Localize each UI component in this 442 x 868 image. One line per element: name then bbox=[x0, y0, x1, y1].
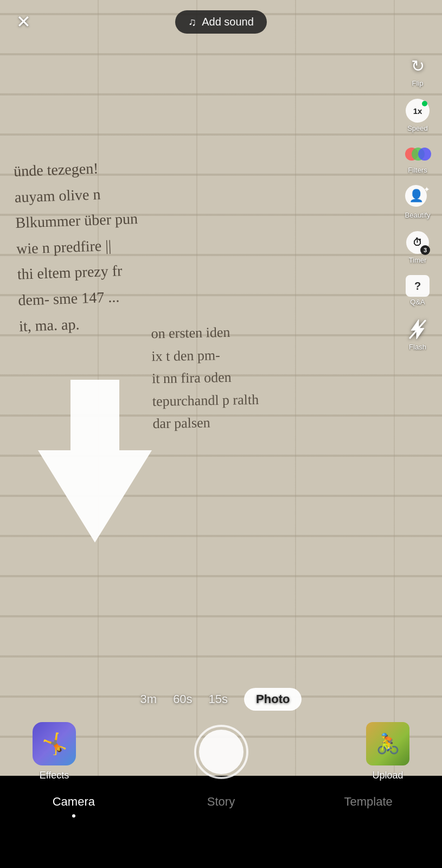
effects-icon-glyph: 🤸 bbox=[42, 732, 67, 756]
toolbar-item-flash[interactable]: Flash bbox=[399, 312, 437, 355]
effects-button[interactable]: 🤸 Effects bbox=[33, 722, 76, 781]
upload-thumb-icon: 🚴 bbox=[376, 732, 400, 755]
timer-badge: 3 bbox=[420, 245, 430, 255]
qa-icon: ? bbox=[406, 275, 430, 297]
nav-story-label: Story bbox=[207, 795, 235, 809]
shutter-button[interactable] bbox=[194, 725, 248, 779]
qa-value: ? bbox=[414, 280, 421, 292]
speed-icon-wrap: 1x bbox=[405, 98, 430, 123]
qa-label: Q&A bbox=[410, 298, 425, 306]
toolbar-item-qa[interactable]: ? Q&A bbox=[399, 271, 437, 310]
toolbar-item-timer[interactable]: ⏱ 3 Timer bbox=[399, 226, 437, 269]
upload-button[interactable]: 🚴 Upload bbox=[366, 722, 409, 781]
nav-item-template[interactable]: Template bbox=[294, 795, 442, 809]
nav-camera-label: Camera bbox=[53, 795, 95, 809]
effects-icon: 🤸 bbox=[33, 722, 76, 765]
flash-icon bbox=[405, 317, 430, 342]
nav-template-label: Template bbox=[344, 795, 393, 809]
add-sound-label: Add sound bbox=[202, 16, 254, 28]
bottom-controls: 🤸 Effects 🚴 Upload bbox=[0, 722, 442, 781]
nav-item-camera[interactable]: Camera bbox=[0, 795, 148, 818]
flip-icon: ↻ bbox=[405, 53, 430, 78]
flip-label: Flip bbox=[412, 79, 424, 87]
beautify-icon-wrap: 👤 ✦ bbox=[405, 185, 430, 210]
toolbar-item-speed[interactable]: 1x Speed bbox=[399, 94, 437, 137]
speed-value: 1x bbox=[413, 106, 422, 116]
camera-viewfinder: ünde tezegen! auyam olive n Blkummer übe… bbox=[0, 0, 442, 776]
upload-label: Upload bbox=[372, 770, 403, 781]
speed-circle: 1x bbox=[406, 99, 430, 123]
bottom-nav: Camera Story Template bbox=[0, 784, 442, 868]
filter-circle-blue bbox=[418, 148, 431, 161]
filters-label: Filters bbox=[408, 166, 427, 174]
nav-item-story[interactable]: Story bbox=[148, 795, 295, 809]
timer-icon-wrap: ⏱ 3 bbox=[405, 230, 430, 255]
mode-3m[interactable]: 3m bbox=[140, 692, 157, 706]
nav-camera-indicator bbox=[72, 814, 75, 818]
beautify-label: Beautify bbox=[405, 211, 431, 219]
shutter-inner-circle bbox=[199, 730, 244, 774]
top-bar: ✕ ♫ Add sound bbox=[0, 0, 442, 43]
toolbar-item-flip[interactable]: ↻ Flip bbox=[399, 49, 437, 92]
music-icon: ♫ bbox=[188, 16, 196, 28]
mode-photo[interactable]: Photo bbox=[244, 688, 302, 711]
add-sound-button[interactable]: ♫ Add sound bbox=[175, 10, 267, 34]
speed-label: Speed bbox=[407, 124, 428, 132]
flash-label: Flash bbox=[409, 343, 426, 351]
close-button[interactable]: ✕ bbox=[10, 8, 37, 35]
right-toolbar: ↻ Flip 1x Speed Filters 👤 ✦ Beautify ⏱ bbox=[399, 49, 437, 355]
effects-label: Effects bbox=[40, 770, 69, 781]
timer-label: Timer bbox=[409, 256, 427, 264]
toolbar-item-filters[interactable]: Filters bbox=[399, 139, 437, 178]
mode-selector-row: 3m 60s 15s Photo bbox=[0, 688, 442, 711]
mode-60s[interactable]: 60s bbox=[173, 692, 192, 706]
filters-icon bbox=[405, 143, 430, 165]
close-icon: ✕ bbox=[16, 11, 31, 32]
mode-15s[interactable]: 15s bbox=[209, 692, 228, 706]
upload-thumbnail: 🚴 bbox=[366, 722, 409, 765]
beautify-sparkle-icon: ✦ bbox=[424, 185, 430, 194]
speed-dot bbox=[422, 101, 427, 106]
toolbar-item-beautify[interactable]: 👤 ✦ Beautify bbox=[399, 181, 437, 224]
